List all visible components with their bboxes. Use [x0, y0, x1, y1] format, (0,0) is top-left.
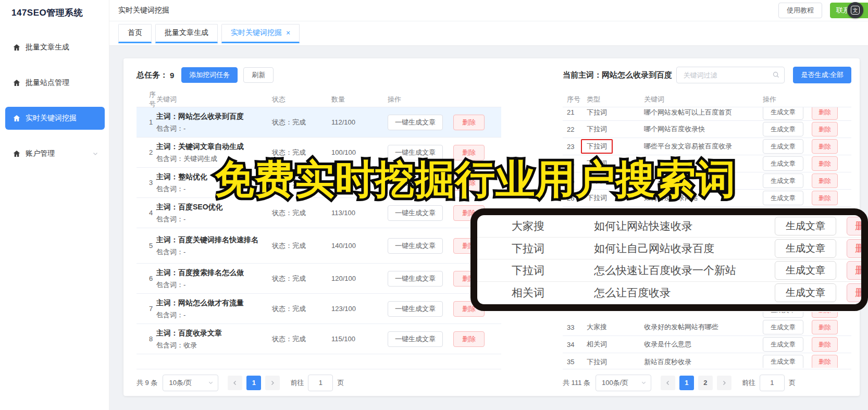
delete-button[interactable]: 删除: [812, 191, 838, 205]
table-row[interactable]: 4 主词：百度SEO优化包含词：- 状态：完成 113/100 一键生成文章删除: [137, 198, 501, 228]
table-row[interactable]: 24 下拉词 生成文章删除: [563, 155, 851, 172]
table-row[interactable]: 生成文章删除: [563, 312, 851, 319]
tab-batch-articles[interactable]: 批量文章生成: [155, 24, 218, 43]
table-row[interactable]: 35 下拉词 新站百度秒收录 生成文章删除: [563, 353, 851, 368]
keyword-type: 下拉词: [587, 193, 644, 203]
delete-button[interactable]: 删除: [812, 107, 838, 120]
generate-article-button[interactable]: 生成文章: [775, 217, 836, 235]
generate-all-button[interactable]: 是否生成:全部: [793, 67, 851, 83]
close-icon[interactable]: ×: [286, 29, 290, 37]
generate-article-button[interactable]: 生成文章: [775, 283, 836, 302]
task-include-words: 包含词：-: [156, 280, 267, 290]
generate-article-button[interactable]: 生成文章: [763, 156, 803, 171]
table-row[interactable]: 3 主词：整站优化包含词：- 状态：完成 一键生成文章删除: [137, 168, 501, 198]
generate-articles-button[interactable]: 一键生成文章: [388, 175, 443, 191]
task-status: 状态：完成: [272, 304, 331, 314]
keyword-filter-input[interactable]: [676, 67, 785, 83]
table-row[interactable]: 22 下拉词 哪个网站百度收录快 生成文章删除: [563, 121, 851, 138]
generate-article-button[interactable]: 生成文章: [763, 122, 803, 136]
page-size-select[interactable]: 10条/页: [163, 375, 218, 391]
refresh-button[interactable]: 刷新: [243, 67, 274, 83]
generate-article-button[interactable]: 生成文章: [763, 107, 803, 120]
tab-home[interactable]: 首页: [118, 24, 152, 43]
delete-button[interactable]: 删除: [812, 173, 838, 188]
table-row[interactable]: 26 下拉词 如何百度收录网站 生成文章删除: [563, 190, 851, 207]
sidebar-item-batch-sites[interactable]: 批量站点管理: [5, 71, 105, 94]
delete-button[interactable]: 删除: [812, 156, 838, 171]
generate-article-button[interactable]: 生成文章: [763, 173, 803, 188]
generate-article-button[interactable]: 生成文章: [775, 239, 836, 258]
generate-articles-button[interactable]: 一键生成文章: [388, 238, 443, 254]
table-row[interactable]: 8 主词：百度收录文章包含词：收录 状态：完成 115/100 一键生成文章删除: [137, 324, 501, 354]
keyword-type: 下拉词: [587, 159, 644, 168]
home-icon: [13, 114, 21, 122]
home-icon: [13, 150, 21, 158]
generate-article-button[interactable]: 生成文章: [763, 139, 803, 154]
sidebar-item-label: 批量文章生成: [26, 43, 69, 52]
table-row[interactable]: 1 主词：网站怎么收录到百度包含词：- 状态：完成 112/100 一键生成文章…: [137, 107, 501, 138]
next-page-button[interactable]: [265, 376, 280, 390]
table-row[interactable]: 6 主词：百度搜索排名怎么做包含词：- 状态：完成 120/100 一键生成文章…: [137, 264, 501, 294]
table-row[interactable]: 21 下拉词 哪个网站发帖可以上百度首页 生成文章删除: [563, 107, 851, 121]
delete-button[interactable]: 删除: [847, 239, 868, 258]
generate-article-button[interactable]: 生成文章: [763, 320, 803, 334]
generate-articles-button[interactable]: 一键生成文章: [388, 301, 443, 317]
delete-button[interactable]: 删除: [812, 320, 838, 334]
delete-button[interactable]: 删除: [812, 337, 838, 352]
tab-realtime-keywords[interactable]: 实时关键词挖掘 ×: [221, 24, 300, 43]
page-number-button[interactable]: 1: [679, 376, 694, 390]
table-row[interactable]: 2 主词：关键词文章自动生成包含词：关键词生成 状态：完成 100/100 一键…: [137, 138, 501, 168]
task-count: 140/100: [331, 242, 388, 250]
page-size-select[interactable]: 100条/页: [596, 375, 651, 391]
table-row[interactable]: 7 主词：网站怎么做才有流量包含词：- 状态：完成 123/100 一键生成文章…: [137, 294, 501, 324]
sidebar-item-label: 实时关键词挖掘: [26, 114, 77, 123]
sidebar-item-account[interactable]: 账户管理: [5, 142, 105, 165]
table-row[interactable]: 33 大家搜 收录好的发帖网站有哪些 生成文章删除: [563, 319, 851, 336]
goto-page-input[interactable]: [308, 375, 333, 391]
delete-button[interactable]: 删除: [812, 312, 838, 318]
generate-articles-button[interactable]: 一键生成文章: [388, 331, 443, 347]
prev-page-button[interactable]: [228, 376, 242, 390]
prev-page-button[interactable]: [661, 376, 675, 390]
delete-button[interactable]: 删除: [812, 355, 838, 368]
page-number-button[interactable]: 2: [698, 376, 713, 390]
delete-button[interactable]: 删除: [847, 261, 868, 280]
table-row[interactable]: 25 大家搜 生成文章删除: [563, 172, 851, 190]
generate-article-button[interactable]: 生成文章: [775, 261, 836, 280]
generate-article-button[interactable]: 生成文章: [763, 355, 803, 368]
delete-button[interactable]: 删除: [812, 139, 838, 154]
inset-row: 相关词 怎么让百度收录 生成文章 删除: [477, 282, 868, 304]
delete-button[interactable]: 删除: [847, 217, 868, 235]
task-main-word: 主词：百度收录文章: [156, 328, 267, 338]
row-index: 3: [137, 179, 156, 187]
generate-articles-button[interactable]: 一键生成文章: [388, 145, 443, 160]
generate-articles-button[interactable]: 一键生成文章: [388, 205, 443, 221]
generate-article-button[interactable]: 生成文章: [763, 312, 803, 318]
generate-article-button[interactable]: 生成文章: [763, 191, 803, 205]
task-status: 状态：完成: [272, 274, 331, 283]
search-icon: [772, 71, 780, 79]
sidebar-item-realtime-keywords[interactable]: 实时关键词挖掘: [5, 107, 105, 130]
table-row[interactable]: 5 主词：百度关键词排名快速排名包含词：- 状态：完成 140/100 一键生成…: [137, 228, 501, 264]
table-row[interactable]: 23 下拉词 哪些平台发文容易被百度收录 生成文章删除: [563, 138, 851, 155]
sidebar-item-batch-articles[interactable]: 批量文章生成: [5, 36, 105, 59]
keyword-text: 新站百度秒收录: [644, 357, 763, 367]
generate-articles-button[interactable]: 一键生成文章: [388, 115, 443, 130]
goto-page-input[interactable]: [760, 375, 785, 391]
page-number-button[interactable]: 1: [246, 376, 261, 390]
delete-button[interactable]: 删除: [453, 115, 485, 130]
table-row[interactable]: 34 相关词 收录是什么意思 生成文章删除: [563, 336, 851, 353]
tasks-toolbar: 总任务： 9 添加挖词任务 刷新: [137, 67, 501, 83]
add-task-button[interactable]: 添加挖词任务: [181, 67, 238, 83]
generate-article-button[interactable]: 生成文章: [763, 337, 803, 352]
generate-articles-button[interactable]: 一键生成文章: [388, 271, 443, 287]
contact-badge-icon[interactable]: 文: [847, 2, 863, 18]
delete-button[interactable]: 删除: [453, 145, 485, 160]
next-page-button[interactable]: [717, 376, 731, 390]
delete-button[interactable]: 删除: [453, 331, 485, 347]
delete-button[interactable]: 删除: [453, 175, 485, 191]
tutorial-button[interactable]: 使用教程: [778, 3, 822, 18]
delete-button[interactable]: 删除: [812, 122, 838, 136]
delete-button[interactable]: 删除: [847, 283, 868, 302]
table-row-clipped: 生成文章删除: [563, 312, 851, 319]
